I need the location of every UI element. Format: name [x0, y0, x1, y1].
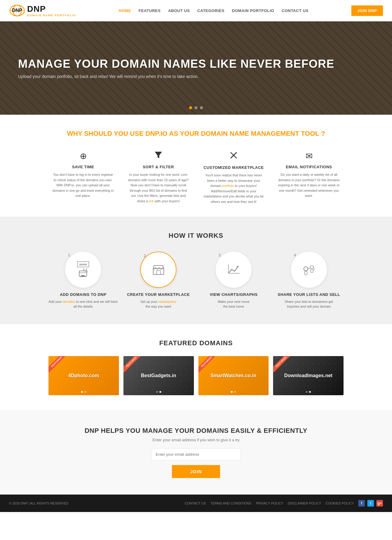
how-heading-normal: HOW IT: [169, 232, 197, 239]
step-4-desc: Share your lists to domainers getinquiri…: [274, 299, 344, 309]
sort-filter-link[interactable]: link: [149, 199, 154, 203]
logo-text: DNP: [27, 4, 76, 14]
footer-copyright: © 2016 DNP | ALL RIGHTS RESERVED: [9, 501, 68, 505]
featured-ribbon-3: [198, 356, 216, 374]
svg-marker-4: [155, 152, 162, 158]
domain-card-4[interactable]: DownloadImages.net: [273, 356, 344, 395]
step-number-3: 3: [219, 253, 221, 257]
www-icon: www: [77, 261, 89, 278]
email-icon: ✉: [277, 151, 341, 161]
marketplace-portfolio-link[interactable]: portfolio: [222, 184, 234, 188]
why-heading-highlight: DOMAIN NAME MANAGEMENT TOOL: [201, 130, 319, 137]
svg-rect-22: [311, 269, 313, 272]
domain-name-4: DownloadImages.net: [284, 373, 332, 378]
featured-ribbon-1: [48, 356, 67, 374]
how-step-4: 4 SHARE YOUR LISTS AND SELL Share your l…: [274, 252, 344, 309]
nav-features[interactable]: FEATURES: [138, 8, 160, 13]
join-submit-button[interactable]: JOIN: [172, 465, 220, 478]
hero-content: MANAGE YOUR DOMAIN NAMES LIKE NEVER BEFO…: [18, 57, 374, 79]
svg-point-20: [310, 265, 313, 268]
featured-ribbon-2: [123, 356, 142, 374]
feature-save-time-title: SAVE TIME: [51, 165, 115, 169]
domain-card-3[interactable]: SmartWatches.co.in: [198, 356, 269, 395]
feature-sort-filter: SORT & FILTER Is your buyer looking for …: [124, 148, 193, 208]
join-title: DNP HELPS YOU MANAGE YOUR DOMAINS EASILY…: [9, 427, 383, 435]
step-1-desc: Add your domains in one click and we wil…: [48, 299, 118, 309]
footer-social: f t g+: [358, 500, 383, 507]
how-step-1: 1 www ADD DOMAINS TO DNP Add your domain…: [48, 252, 118, 309]
chart-icon: [227, 263, 241, 277]
footer-disclaimer[interactable]: DISCLAIMER POLICY: [288, 501, 321, 505]
tools-icon: [202, 151, 265, 162]
feature-email-desc: Do you want a daily or weekly list of al…: [277, 172, 341, 199]
feature-email: ✉ EMAIL NOTIFICATIONS Do you want a dail…: [274, 148, 344, 208]
hero-dot-3[interactable]: [200, 106, 203, 109]
domain-card-1[interactable]: 4Dphoto.com: [48, 356, 119, 395]
clock-icon: ⊕: [51, 151, 115, 161]
domain-dots-2: [156, 391, 161, 393]
hero-title: MANAGE YOUR DOMAIN NAMES LIKE NEVER BEFO…: [18, 57, 374, 70]
step-4-title: SHARE YOUR LISTS AND SELL: [274, 292, 344, 297]
why-heading: WHY SHOULD YOU USE DNP.IO AS YOUR DOMAIN…: [9, 130, 383, 138]
feature-email-title: EMAIL NOTIFICATIONS: [277, 165, 341, 169]
nav-home[interactable]: HOME: [119, 8, 131, 13]
step-1-title: ADD DOMAINS TO DNP: [48, 292, 118, 297]
how-grid: 1 www ADD DOMAINS TO DNP Add your domain…: [48, 252, 344, 309]
how-circle-1: 1 www: [65, 252, 101, 288]
logo[interactable]: DNP DNP DOMAIN NAME PORTFOLIO: [9, 3, 76, 18]
footer-contact[interactable]: CONTACT US: [185, 501, 206, 505]
nav-about[interactable]: ABOUT US: [168, 8, 190, 13]
footer: © 2016 DNP | ALL RIGHTS RESERVED CONTACT…: [0, 495, 392, 512]
email-input[interactable]: [151, 448, 241, 461]
domain-dot-2a: [156, 391, 158, 393]
hero-dot-1[interactable]: [189, 106, 192, 109]
featured-heading: FEATURED DOMAINS: [9, 339, 383, 347]
step-2-desc: Set up your marketplacethe way you want: [124, 299, 193, 309]
logo-subtitle: DOMAIN NAME PORTFOLIO: [27, 14, 76, 17]
svg-text:DNP: DNP: [12, 8, 22, 13]
domain-dot-1b: [84, 391, 86, 393]
why-heading-end: ?: [321, 130, 325, 137]
domain-dot-2b: [159, 391, 161, 393]
hero-dots: [189, 106, 203, 109]
hero-subtitle: Upload your domain portfolio, sit back a…: [18, 74, 374, 79]
feature-marketplace-title: CUSTOMIZED MARKETPLACE: [202, 165, 265, 170]
how-step-2: 2 CREATE YOUR MARKETPLACE Set up your ma…: [124, 252, 193, 309]
twitter-icon[interactable]: t: [367, 500, 374, 507]
join-dnp-button[interactable]: JOIN DNP: [351, 5, 383, 16]
step-number-4: 4: [294, 253, 296, 257]
hero-dot-2[interactable]: [194, 106, 198, 109]
domain-card-2[interactable]: BestGadgets.in: [123, 356, 194, 395]
nav-portfolio[interactable]: DOMAIN PORTFOLIO: [232, 8, 274, 13]
share-icon: [302, 263, 316, 277]
logo-icon: DNP: [9, 3, 26, 18]
feature-sort-filter-title: SORT & FILTER: [127, 165, 190, 169]
how-circle-3: 3: [216, 252, 252, 288]
how-circle-4: 4: [291, 252, 327, 288]
googleplus-icon[interactable]: g+: [376, 500, 383, 507]
footer-cookies[interactable]: COOKIES POLICY: [325, 501, 354, 505]
step-1-link[interactable]: domains: [63, 300, 75, 303]
footer-privacy[interactable]: PRIVACY POLICY: [256, 501, 283, 505]
footer-links: CONTACT US TERMS AND CONDITIONS PRIVACY …: [185, 500, 383, 507]
domain-name-3: SmartWatches.co.in: [210, 373, 256, 378]
footer-terms[interactable]: TERMS AND CONDITIONS: [210, 501, 251, 505]
facebook-icon[interactable]: f: [358, 500, 365, 507]
how-circle-2: 2: [140, 252, 176, 288]
join-subtitle: Enter your email address if you wish to …: [9, 438, 383, 442]
featured-ribbon-4: [273, 356, 291, 374]
svg-rect-11: [80, 276, 86, 277]
nav-categories[interactable]: CATEGORIES: [197, 8, 224, 13]
step-2-link[interactable]: marketplace: [158, 300, 176, 303]
feature-sort-filter-desc: Is your buyer looking for one word .com …: [127, 172, 190, 204]
nav-contact[interactable]: CONTACT US: [282, 8, 309, 13]
feature-save-time: ⊕ SAVE TIME You don't have to log in to …: [48, 148, 118, 208]
step-2-title: CREATE YOUR MARKETPLACE: [124, 292, 193, 297]
filter-icon: [127, 151, 190, 161]
step-number-1: 1: [68, 253, 70, 257]
svg-rect-10: [81, 275, 85, 276]
why-section: WHY SHOULD YOU USE DNP.IO AS YOUR DOMAIN…: [0, 115, 392, 217]
feature-marketplace-desc: You'll soon realize that there has never…: [202, 173, 265, 205]
domain-dots-4: [306, 391, 311, 393]
store-icon: [152, 263, 165, 276]
